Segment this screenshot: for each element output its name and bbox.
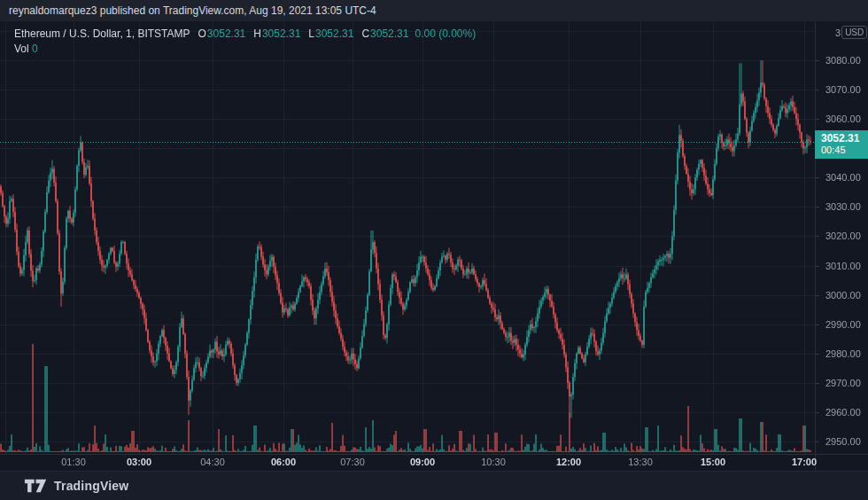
time-tick-label: 15:00 bbox=[701, 457, 725, 467]
price-tick-label: 3060.00 bbox=[825, 113, 861, 124]
candlestick-chart[interactable] bbox=[0, 0, 868, 500]
volume-label: Vol bbox=[14, 43, 29, 55]
price-tick-label: 2980.00 bbox=[825, 348, 861, 359]
ohlc-high: H3052.31 bbox=[253, 27, 300, 40]
currency-unit-button[interactable]: USD bbox=[841, 26, 867, 39]
time-tick-label: 03:00 bbox=[127, 457, 151, 467]
price-tick-label: 3010.00 bbox=[825, 261, 861, 271]
legend-row-volume: Vol 0 bbox=[14, 43, 476, 55]
time-tick-label: 06:00 bbox=[271, 457, 296, 467]
publish-text: reynaldomarquez3 published on TradingVie… bbox=[9, 4, 376, 17]
ohlc-close: C3052.31 bbox=[361, 27, 408, 40]
ohlc-open: O3052.31 bbox=[198, 27, 246, 40]
tradingview-link[interactable]: TradingView bbox=[24, 478, 128, 494]
time-tick-label: 12:00 bbox=[556, 457, 581, 467]
publish-banner: reynaldomarquez3 published on TradingVie… bbox=[0, 0, 868, 21]
symbol-title[interactable]: Ethereum / U.S. Dollar, 1, BITSTAMP bbox=[14, 27, 190, 40]
currency-unit-overlay: 3 USD 0 bbox=[835, 26, 868, 39]
price-tick-label: 3000.00 bbox=[825, 290, 861, 301]
price-tick-label: 2960.00 bbox=[825, 407, 861, 418]
price-tick-label: 3080.00 bbox=[825, 55, 861, 66]
price-tick-fragment-left: 3 bbox=[835, 27, 841, 38]
time-scale[interactable]: 01:3003:0004:3006:0007:3009:0010:3012:00… bbox=[0, 454, 868, 471]
last-price-value: 3052.31 bbox=[821, 132, 868, 145]
ohlc-low: L3052.31 bbox=[308, 27, 353, 40]
legend-row-main: Ethereum / U.S. Dollar, 1, BITSTAMPO3052… bbox=[14, 27, 476, 40]
time-tick-label: 07:30 bbox=[340, 457, 365, 467]
legend: Ethereum / U.S. Dollar, 1, BITSTAMPO3052… bbox=[14, 27, 476, 55]
last-price-badge: 3052.31 00:45 bbox=[815, 130, 868, 159]
time-tick-label: 09:00 bbox=[410, 457, 435, 467]
time-tick-label: 01:30 bbox=[61, 457, 86, 467]
price-tick-label: 3030.00 bbox=[825, 201, 861, 212]
time-tick-label: 17:00 bbox=[792, 457, 817, 467]
volume-value: 0 bbox=[32, 43, 38, 55]
price-tick-label: 2990.00 bbox=[825, 319, 861, 330]
brand-text: TradingView bbox=[54, 479, 128, 493]
time-tick-label: 13:30 bbox=[628, 457, 653, 467]
time-tick-label: 10:30 bbox=[481, 457, 506, 467]
bar-countdown: 00:45 bbox=[821, 145, 868, 156]
price-tick-label: 3040.00 bbox=[825, 172, 861, 183]
change-value: 0.00 (0.00%) bbox=[415, 27, 476, 40]
time-tick-label: 04:30 bbox=[200, 457, 225, 467]
price-scale[interactable]: 3080.003070.003060.003040.003030.003020.… bbox=[815, 22, 868, 471]
price-tick-label: 3070.00 bbox=[825, 84, 861, 95]
tradingview-logo-icon bbox=[24, 478, 48, 494]
price-tick-label: 2970.00 bbox=[825, 378, 861, 388]
price-tick-label: 3020.00 bbox=[825, 230, 861, 241]
footer: TradingView bbox=[0, 471, 868, 500]
price-tick-label: 2950.00 bbox=[825, 436, 861, 447]
